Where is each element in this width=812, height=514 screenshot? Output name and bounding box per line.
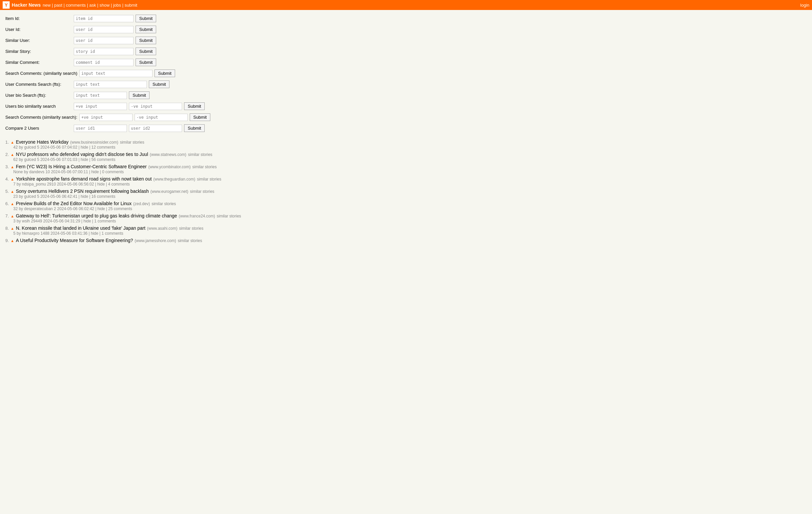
search-comments-sim-submit[interactable]: Submit <box>154 70 175 77</box>
search-comments-sim2-neg-input[interactable] <box>135 114 188 121</box>
similar-stories-link[interactable]: similar stories <box>178 238 202 243</box>
compare-users-id2-input[interactable] <box>129 125 182 132</box>
comments-link[interactable]: 1 comments <box>94 219 116 223</box>
news-list: 1. ▲ Everyone Hates Workday (www.busines… <box>0 137 812 248</box>
news-domain: (www.france24.com) <box>179 214 215 218</box>
user-id-input[interactable] <box>74 26 134 33</box>
user-comments-search-label: User Comments Search (fts): <box>5 82 72 87</box>
hn-logo-icon[interactable]: Y <box>3 1 10 9</box>
header-nav[interactable]: new | past | comments | ask | show | job… <box>43 3 138 8</box>
upvote-icon[interactable]: ▲ <box>11 140 14 144</box>
news-domain: (www.statnews.com) <box>150 152 186 157</box>
hide-link[interactable]: hide <box>81 194 88 199</box>
upvote-icon[interactable]: ▲ <box>11 177 14 181</box>
news-by-link[interactable]: gulced 5 <box>24 194 39 199</box>
user-bio-search-submit[interactable]: Submit <box>129 91 149 99</box>
news-title-link[interactable]: Sony overturns Helldivers 2 PSN requirem… <box>16 189 149 194</box>
comments-link[interactable]: 56 comments <box>91 157 115 162</box>
user-id-submit[interactable]: Submit <box>136 26 156 33</box>
user-comments-search-input[interactable] <box>74 81 147 88</box>
search-comments-sim2-pos-input[interactable] <box>79 114 133 121</box>
news-title-link[interactable]: NYU professors who defended vaping didn'… <box>16 152 148 157</box>
similar-stories-link[interactable]: similar stories <box>197 177 221 182</box>
compare-users-id1-input[interactable] <box>74 125 127 132</box>
similar-user-input[interactable] <box>74 37 134 44</box>
item-id-label: Item Id: <box>5 16 72 21</box>
comments-link[interactable]: 12 comments <box>91 145 115 150</box>
similar-story-submit[interactable]: Submit <box>136 48 156 55</box>
upvote-icon[interactable]: ▲ <box>11 226 14 231</box>
news-rank: 5. <box>5 189 9 194</box>
news-by-link[interactable]: ndsipa_pomu 2910 <box>22 182 56 187</box>
news-domain: (www.ycombinator.com) <box>148 165 191 169</box>
news-domain: (www.businessinsider.com) <box>70 140 118 145</box>
users-bio-sim-neg-input[interactable] <box>129 103 182 110</box>
hide-link[interactable]: hide <box>81 157 88 162</box>
upvote-icon[interactable]: ▲ <box>11 190 14 193</box>
news-title-link[interactable]: Fern (YC W23) Is Hiring a Customer-Centr… <box>16 164 147 169</box>
comments-link[interactable]: 0 comments <box>102 169 124 174</box>
comments-link[interactable]: 16 comments <box>91 194 115 199</box>
news-rank: 2. <box>5 152 9 157</box>
news-title-link[interactable]: Gateway to Hell': Turkmenistan urged to … <box>16 213 177 218</box>
upvote-icon[interactable]: ▲ <box>11 153 14 157</box>
news-by-link[interactable]: desperatecuban 2 <box>24 207 56 211</box>
login-link[interactable]: login <box>801 3 809 8</box>
news-item: 5. ▲ Sony overturns Helldivers 2 PSN req… <box>5 189 807 199</box>
similar-stories-link[interactable]: similar stories <box>151 201 176 206</box>
news-rank: 3. <box>5 164 9 169</box>
news-title-link[interactable]: A Useful Productivity Measure for Softwa… <box>16 238 133 243</box>
news-subline: None by dandevs 10 2024-05-06 07:00:11 |… <box>5 169 807 174</box>
item-id-submit[interactable]: Submit <box>136 15 156 22</box>
similar-user-submit[interactable]: Submit <box>136 36 156 44</box>
comments-link[interactable]: 4 comments <box>108 182 129 187</box>
user-bio-search-input[interactable] <box>74 92 127 99</box>
hide-link[interactable]: hide <box>83 219 91 223</box>
search-comments-sim2-submit[interactable]: Submit <box>190 113 210 121</box>
news-by-link[interactable]: gulced 5 <box>24 145 39 150</box>
similar-comment-submit[interactable]: Submit <box>136 58 156 66</box>
similar-stories-link[interactable]: similar stories <box>190 189 214 194</box>
upvote-icon[interactable]: ▲ <box>11 214 14 218</box>
news-title-link[interactable]: Everyone Hates Workday <box>16 139 68 145</box>
upvote-icon[interactable]: ▲ <box>11 239 14 243</box>
item-id-input[interactable] <box>74 15 134 22</box>
news-title-line: 3. ▲ Fern (YC W23) Is Hiring a Customer-… <box>5 164 807 169</box>
search-comments-sim2-row: Search Comments (similarity search): Sub… <box>5 113 807 121</box>
comments-link[interactable]: 25 comments <box>108 207 132 211</box>
comments-link[interactable]: 1 comments <box>102 231 123 236</box>
compare-users-submit[interactable]: Submit <box>184 124 205 132</box>
news-domain: (www.eurogamer.net) <box>150 189 188 194</box>
similar-stories-link[interactable]: similar stories <box>192 165 216 169</box>
hide-link[interactable]: hide <box>81 145 88 150</box>
users-bio-sim-submit[interactable]: Submit <box>184 102 205 110</box>
similar-comment-input[interactable] <box>74 59 134 66</box>
news-by-link[interactable]: dandevs 10 <box>29 169 50 174</box>
news-rank: 8. <box>5 226 9 231</box>
news-title-link[interactable]: Yorkshire apostrophe fans demand road si… <box>16 176 152 182</box>
item-id-row: Item Id: Submit <box>5 15 807 22</box>
search-comments-sim-input[interactable] <box>79 70 152 77</box>
news-by-link[interactable]: gulced 5 <box>24 157 39 162</box>
users-bio-sim-pos-input[interactable] <box>74 103 127 110</box>
hide-link[interactable]: hide <box>97 182 105 187</box>
upvote-icon[interactable]: ▲ <box>11 202 14 206</box>
news-item: 9. ▲ A Useful Productivity Measure for S… <box>5 238 807 243</box>
news-title-link[interactable]: N. Korean missile that landed in Ukraine… <box>16 225 146 231</box>
hide-link[interactable]: hide <box>97 207 105 211</box>
news-subline: 3 by wslh 29449 2024-05-06 04:31:29 | hi… <box>5 219 807 223</box>
similar-stories-link[interactable]: similar stories <box>179 226 203 231</box>
similar-stories-link[interactable]: similar stories <box>120 140 144 145</box>
user-comments-search-submit[interactable]: Submit <box>149 80 169 88</box>
hide-link[interactable]: hide <box>91 169 99 174</box>
news-rank: 6. <box>5 201 9 206</box>
hide-link[interactable]: hide <box>91 231 98 236</box>
news-by-link[interactable]: wslh 29449 <box>22 219 42 223</box>
upvote-icon[interactable]: ▲ <box>11 165 14 169</box>
similar-story-input[interactable] <box>74 48 134 55</box>
news-title-line: 4. ▲ Yorkshire apostrophe fans demand ro… <box>5 176 807 182</box>
news-by-link[interactable]: hkmaxpro 1488 <box>22 231 50 236</box>
similar-stories-link[interactable]: similar stories <box>216 214 241 218</box>
news-title-link[interactable]: Preview Builds of the Zed Editor Now Ava… <box>16 201 132 206</box>
similar-stories-link[interactable]: similar stories <box>188 152 212 157</box>
